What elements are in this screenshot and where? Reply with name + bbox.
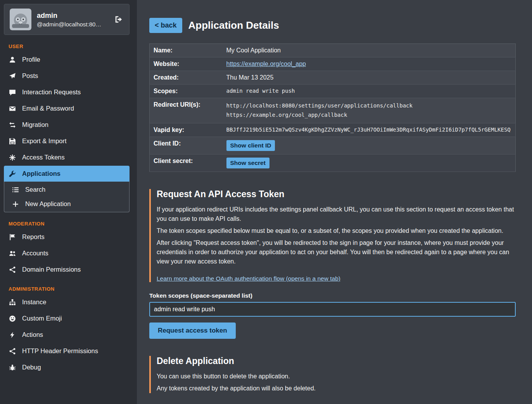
row-label: Name: [150, 44, 223, 57]
delete-application-section: Delete Application You can use this butt… [149, 356, 516, 393]
row-value: BBJffJ219b5iE512m7wQSzv4KgKDhgZZVzNyWC_r… [223, 123, 516, 137]
delete-application-line: Any tokens created by the application wi… [157, 384, 516, 393]
section-header-moderation: MODERATION [9, 221, 130, 227]
sidebar-item-label: Profile [22, 56, 40, 63]
wrench-icon [9, 170, 16, 177]
request-token-section: Request An API Access Token If your appl… [149, 189, 516, 282]
show-client-id-button[interactable]: Show client ID [226, 140, 275, 151]
show-secret-button[interactable]: Show secret [226, 158, 269, 168]
sitemap-icon [9, 299, 16, 306]
request-token-paragraph: The token scopes specified below must be… [157, 226, 516, 236]
sidebar-item-label: Migration [22, 121, 48, 128]
sidebar-item-label: Debug [22, 364, 41, 371]
sidebar-item-interaction-requests[interactable]: Interaction Requests [4, 84, 130, 100]
section-header-administration: ADMINISTRATION [9, 286, 130, 292]
user-icon [9, 56, 16, 63]
sidebar-item-posts[interactable]: Posts [4, 68, 130, 84]
sidebar-item-applications[interactable]: Applications [4, 166, 130, 182]
sidebar-item-label: Reports [22, 233, 45, 241]
sidebar-item-label: Actions [22, 331, 43, 338]
sidebar-item-instance[interactable]: Instance [4, 294, 130, 310]
token-scopes-form: Token scopes (space-separated list) Requ… [149, 292, 516, 339]
list-icon [12, 186, 19, 193]
comment-icon [9, 89, 16, 96]
sidebar-item-migration[interactable]: Migration [4, 117, 130, 133]
face-smile-icon [9, 315, 16, 322]
sidebar-item-label: Access Tokens [22, 154, 65, 161]
sidebar-item-label: Posts [22, 72, 38, 80]
table-row-client-id: Client ID: Show client ID [150, 137, 516, 154]
plus-icon [12, 201, 19, 208]
user-card[interactable]: admin @admin@localhost:80… [4, 4, 130, 35]
avatar [10, 9, 31, 30]
sidebar-item-domain-permissions[interactable]: Domain Permissions [4, 262, 130, 277]
sidebar-item-custom-emoji[interactable]: Custom Emoji [4, 310, 130, 326]
request-token-paragraph: After clicking "Request access token", y… [157, 238, 516, 266]
delete-application-line: You can use this button to delete the ap… [157, 372, 516, 381]
table-row-name: Name: My Cool Application [150, 44, 516, 57]
bolt-icon [9, 331, 16, 338]
sidebar-item-http-header-permissions[interactable]: HTTP Header Permissions [4, 343, 130, 359]
sidebar-item-label: Domain Permissions [22, 266, 81, 273]
row-value: My Cool Application [223, 44, 516, 57]
logout-icon[interactable] [114, 14, 124, 24]
table-row-scopes: Scopes: admin read write push [150, 85, 516, 98]
table-row-vapid-key: Vapid key: BBJffJ219b5iE512m7wQSzv4KgKDh… [150, 123, 516, 137]
sidebar-item-accounts[interactable]: Accounts [4, 245, 130, 261]
sidebar-item-label: Applications [22, 170, 60, 177]
row-value: Show secret [223, 154, 516, 172]
sidebar-item-label: Export & Import [22, 137, 67, 145]
main-content: < back Application Details Name: My Cool… [137, 0, 532, 404]
table-row-redirect-uris: Redirect URI(s): http://localhost:8080/s… [150, 98, 516, 123]
paper-plane-icon [9, 73, 16, 80]
row-label: Created: [150, 71, 223, 85]
page-title: Application Details [188, 19, 279, 31]
row-label: Client secret: [150, 154, 223, 172]
sidebar-item-actions[interactable]: Actions [4, 327, 130, 343]
back-button[interactable]: < back [149, 18, 182, 33]
row-label: Vapid key: [150, 123, 223, 137]
redirect-uri: https://example.org/cool_app/callback [226, 111, 512, 120]
page-header: < back Application Details [149, 18, 516, 33]
row-label: Client ID: [150, 137, 223, 154]
sidebar-item-profile[interactable]: Profile [4, 52, 130, 68]
share-nodes-icon [9, 348, 16, 355]
row-value: Show client ID [223, 137, 516, 154]
floppy-disk-icon [9, 138, 16, 145]
users-icon [9, 250, 16, 257]
section-header-user: USER [9, 43, 130, 49]
sidebar-item-label: New Application [25, 200, 71, 208]
sidebar-item-email-password[interactable]: Email & Password [4, 101, 130, 116]
envelope-icon [9, 105, 16, 112]
sidebar-item-label: Email & Password [22, 105, 74, 112]
sidebar: admin @admin@localhost:80… USER Profile … [0, 0, 134, 404]
row-label: Redirect URI(s): [150, 98, 223, 123]
sidebar-item-label: Search [25, 186, 45, 193]
table-row-created: Created: Thu Mar 13 2025 [150, 71, 516, 85]
row-value: http://localhost:8080/settings/user/appl… [223, 98, 516, 123]
request-access-token-button[interactable]: Request access token [149, 323, 236, 339]
sidebar-item-new-application[interactable]: New Application [4, 197, 129, 211]
sidebar-item-reports[interactable]: Reports [4, 229, 130, 245]
row-value: https://example.org/cool_app [223, 57, 516, 71]
share-nodes-icon [9, 266, 16, 273]
row-label: Scopes: [150, 85, 223, 98]
bug-icon [9, 364, 16, 371]
row-value: admin read write push [223, 85, 516, 98]
sidebar-item-debug[interactable]: Debug [4, 359, 130, 375]
sidebar-item-applications-search[interactable]: Search [4, 182, 129, 197]
sidebar-item-label: Instance [22, 298, 46, 306]
sidebar-item-access-tokens[interactable]: Access Tokens [4, 149, 130, 165]
sidebar-item-label: Accounts [22, 250, 48, 257]
sidebar-item-label: HTTP Header Permissions [22, 347, 98, 355]
arrows-left-right-icon [9, 121, 16, 128]
token-scopes-input[interactable] [149, 302, 516, 317]
flag-icon [9, 234, 16, 241]
website-link[interactable]: https://example.org/cool_app [226, 61, 306, 67]
applications-submenu: Search New Application [4, 182, 130, 212]
delete-application-title: Delete Application [157, 356, 516, 366]
table-row-client-secret: Client secret: Show secret [150, 154, 516, 172]
oauth-docs-link[interactable]: Learn more about the OAuth authenticatio… [157, 275, 340, 282]
certificate-icon [9, 154, 16, 161]
sidebar-item-export-import[interactable]: Export & Import [4, 133, 130, 149]
